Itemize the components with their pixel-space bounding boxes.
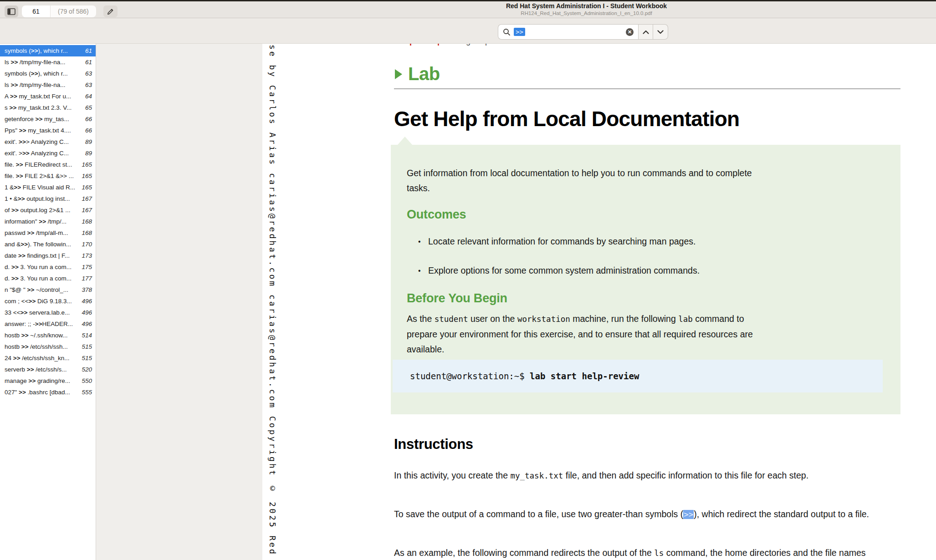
- result-snippet: answer: ;; ->>HEADER...: [5, 321, 79, 327]
- result-snippet: d. >> 3. You run a com...: [5, 264, 79, 270]
- search-result-row[interactable]: exit'. >>> Analyzing C...89: [0, 148, 96, 159]
- chevron-up-icon: [643, 30, 649, 34]
- result-page-number: 63: [85, 81, 92, 88]
- result-snippet: Pps" >> my_task.txt 4....: [5, 127, 82, 134]
- result-snippet: hostb >> /etc/ssh/ssh...: [5, 343, 79, 350]
- result-page-number: 177: [82, 275, 92, 282]
- search-nav-buttons: [638, 24, 668, 40]
- search-result-row[interactable]: answer: ;; ->>HEADER...496: [0, 318, 96, 330]
- result-snippet: ls >> /tmp/my-file-na...: [5, 59, 82, 66]
- inline-code: lab: [678, 315, 693, 324]
- watermark-text: se by Carlos Arias carias@redhat.com car…: [268, 45, 277, 560]
- result-page-number: 89: [85, 138, 92, 145]
- result-page-number: 89: [85, 150, 92, 157]
- chapter-number: Chapter 5: [394, 44, 432, 46]
- result-page-number: 165: [82, 161, 92, 168]
- search-result-row[interactable]: information" >> /tmp/...168: [0, 216, 96, 227]
- search-result-row[interactable]: 027" >> .bashrc [dbad...555: [0, 387, 96, 398]
- document-canvas[interactable]: se by Carlos Arias carias@redhat.com car…: [96, 44, 936, 560]
- search-result-row[interactable]: symbols (>>), which r...61: [0, 45, 96, 56]
- page-number-input[interactable]: 61: [22, 5, 50, 17]
- text-segment: file, and then add specific information …: [563, 470, 808, 480]
- result-snippet: manage >> grading/re...: [5, 377, 79, 384]
- search-result-row[interactable]: file. >> FILERedirect st...165: [0, 159, 96, 170]
- result-page-number: 496: [82, 298, 92, 305]
- result-page-number: 520: [82, 366, 92, 373]
- result-page-number: 63: [85, 70, 92, 77]
- search-result-row[interactable]: A >> my_task.txt For u...64: [0, 91, 96, 102]
- search-result-row[interactable]: symbols (>>), which r...63: [0, 68, 96, 79]
- clear-search-icon[interactable]: ✕: [626, 28, 634, 36]
- annotate-button[interactable]: [103, 5, 118, 17]
- search-result-row[interactable]: date >> findings.txt | F...173: [0, 250, 96, 261]
- result-page-number: 167: [82, 195, 92, 202]
- window-title: Red Hat System Administration I - Studen…: [237, 2, 936, 10]
- search-result-row[interactable]: file. >> FILE 2>&1 &>> ...165: [0, 170, 96, 182]
- search-result-row[interactable]: hostb >> ~/.ssh/know...514: [0, 330, 96, 341]
- instructions-paragraph: As an example, the following command red…: [394, 545, 903, 560]
- search-result-row[interactable]: d. >> 3. You run a com...175: [0, 261, 96, 273]
- next-match-button[interactable]: [653, 24, 668, 40]
- search-results-sidebar: symbols (>>), which r...61ls >> /tmp/my-…: [0, 44, 96, 560]
- inline-code: student: [435, 315, 468, 324]
- bullet-icon: •: [418, 263, 421, 278]
- result-snippet: s >> my_task.txt 2.3. V...: [5, 104, 82, 111]
- search-result-row[interactable]: hostb >> /etc/ssh/ssh...515: [0, 341, 96, 352]
- search-result-row[interactable]: Pps" >> my_task.txt 4....66: [0, 125, 96, 136]
- search-result-row[interactable]: manage >> grading/re...550: [0, 375, 96, 387]
- search-result-row[interactable]: s >> my_task.txt 2.3. V...65: [0, 102, 96, 113]
- inline-code: workstation: [517, 315, 570, 324]
- search-result-row[interactable]: 33 <<>> servera.lab.e...496: [0, 307, 96, 318]
- result-page-number: 66: [85, 116, 92, 122]
- result-page-number: 61: [85, 47, 92, 54]
- search-result-row[interactable]: 24 >> /etc/ssh/ssh_kn...515: [0, 352, 96, 364]
- search-icon: [503, 28, 511, 36]
- result-snippet: d. >> 3. You run a com...: [5, 275, 79, 282]
- result-page-number: 165: [82, 184, 92, 191]
- previous-match-button[interactable]: [638, 24, 653, 40]
- abstract-box: Get information from local documentation…: [391, 145, 900, 414]
- result-page-number: 515: [82, 343, 92, 350]
- result-page-number: 165: [82, 173, 92, 179]
- result-snippet: com ; <<>> DiG 9.18.3...: [5, 298, 79, 305]
- pdf-page: se by Carlos Arias carias@redhat.com car…: [262, 44, 936, 560]
- search-match-highlight: >>: [683, 510, 694, 519]
- search-result-row[interactable]: passwd >> /tmp/all-m...168: [0, 227, 96, 239]
- search-result-row[interactable]: exit'. >>> Analyzing C...89: [0, 136, 96, 148]
- search-input[interactable]: >> ✕: [498, 24, 638, 40]
- find-bar: >> ✕: [0, 18, 936, 44]
- result-snippet: A >> my_task.txt For u...: [5, 93, 82, 100]
- text-segment: As an example, the following command red…: [394, 548, 654, 558]
- result-page-number: 170: [82, 241, 92, 248]
- search-result-row[interactable]: 1 • &>> output.log inst...167: [0, 193, 96, 204]
- result-page-number: 61: [85, 59, 92, 66]
- search-query-text: >>: [514, 28, 525, 36]
- result-page-number: 167: [82, 207, 92, 214]
- search-result-row[interactable]: com ; <<>> DiG 9.18.3...496: [0, 295, 96, 307]
- search-result-row[interactable]: n "$@ " >> ~/control_...378: [0, 284, 96, 295]
- search-result-row[interactable]: 1 &>> FILE Visual aid R...165: [0, 182, 96, 193]
- search-result-row[interactable]: ls >> /tmp/my-file-na...63: [0, 79, 96, 91]
- search-result-row[interactable]: serverb >> /etc/ssh/s...520: [0, 364, 96, 375]
- chevron-down-icon: [657, 30, 664, 34]
- text-segment: As the: [407, 314, 435, 324]
- search-results-list: symbols (>>), which r...61ls >> /tmp/my-…: [0, 45, 96, 398]
- sidebar-toggle-icon: [7, 8, 15, 15]
- terminal-command: lab start help-review: [530, 371, 639, 381]
- terminal-block: student@workstation:~$ lab start help-re…: [393, 360, 883, 392]
- text-segment: To save the output of a command to a fil…: [394, 509, 683, 519]
- search-result-row[interactable]: and &>>). The followin...170: [0, 239, 96, 250]
- result-page-number: 496: [82, 309, 92, 316]
- result-snippet: date >> findings.txt | F...: [5, 252, 79, 259]
- search-result-row[interactable]: ls >> /tmp/my-file-na...61: [0, 56, 96, 68]
- sidebar-toggle-button[interactable]: [5, 5, 18, 17]
- search-result-row[interactable]: of >> output.log 2>&1 ...167: [0, 204, 96, 216]
- result-page-number: 550: [82, 377, 92, 384]
- page-indicator: 61 (79 of 586): [22, 5, 96, 17]
- result-page-number: 175: [82, 264, 92, 270]
- search-result-row[interactable]: getenforce >> my_tas...66: [0, 113, 96, 125]
- result-page-number: 378: [82, 286, 92, 293]
- result-snippet: and &>>). The followin...: [5, 241, 79, 248]
- search-result-row[interactable]: d. >> 3. You run a com...177: [0, 273, 96, 284]
- pencil-icon: [107, 8, 114, 15]
